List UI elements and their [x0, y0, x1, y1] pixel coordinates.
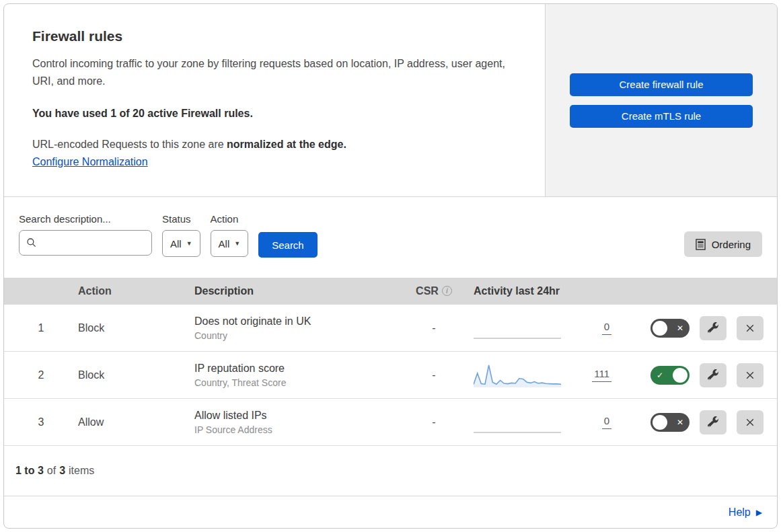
- delete-rule-button[interactable]: [737, 316, 764, 340]
- rule-action: Block: [78, 322, 194, 334]
- delete-rule-button[interactable]: [737, 363, 764, 387]
- arrow-right-icon: ▶: [756, 508, 762, 517]
- column-description: Description: [194, 285, 404, 297]
- header-text-block: Firewall rules Control incoming traffic …: [4, 4, 545, 196]
- search-box: [19, 230, 152, 256]
- activity-count-link[interactable]: 0: [602, 415, 611, 429]
- close-icon: [745, 370, 755, 381]
- normalization-note-bold: normalized at the edge.: [227, 139, 346, 150]
- close-icon: [745, 417, 755, 428]
- chevron-down-icon: ▼: [234, 240, 240, 247]
- toggle-knob: [653, 321, 667, 336]
- pagination-total: 3: [59, 465, 65, 477]
- usage-summary: You have used 1 of 20 active Firewall ru…: [32, 108, 518, 120]
- rule-csr-value: -: [404, 416, 464, 428]
- action-label: Action: [211, 213, 249, 225]
- activity-count-link[interactable]: 111: [592, 368, 611, 382]
- wrench-icon: [708, 369, 719, 381]
- filter-bar: Search description... Status All ▼ Actio…: [4, 197, 777, 278]
- rule-controls: ✓ ✕: [616, 363, 777, 387]
- edit-rule-button[interactable]: [700, 410, 727, 434]
- column-activity: Activity last 24hr: [464, 285, 616, 297]
- table-row: 1 Block Does not originate in UK Country…: [4, 305, 777, 352]
- rule-fields: IP Source Address: [194, 424, 397, 435]
- status-dropdown-value: All: [170, 238, 182, 250]
- status-filter-group: Status All ▼: [162, 213, 200, 257]
- actions-panel: Create firewall rule Create mTLS rule: [545, 4, 777, 196]
- action-dropdown-value: All: [219, 238, 230, 250]
- rule-action: Block: [78, 369, 194, 381]
- action-dropdown[interactable]: All ▼: [211, 230, 249, 257]
- search-group: Search description...: [19, 213, 152, 256]
- table-row: 2 Block IP reputation score Country, Thr…: [4, 352, 777, 399]
- list-document-icon: [696, 239, 706, 250]
- rule-description: Allow listed IPs: [194, 410, 397, 422]
- rule-action: Allow: [78, 416, 194, 428]
- rule-priority: 3: [4, 416, 78, 428]
- rule-fields: Country, Threat Score: [194, 377, 397, 388]
- help-bar: Help ▶: [4, 496, 777, 528]
- configure-normalization-link[interactable]: Configure Normalization: [32, 156, 148, 167]
- rule-priority: 1: [4, 322, 78, 334]
- create-firewall-rule-button[interactable]: Create firewall rule: [570, 73, 753, 96]
- firewall-rules-page: Firewall rules Control incoming traffic …: [0, 0, 781, 532]
- pagination-summary: 1 to 3 of 3 items: [4, 446, 777, 496]
- column-action: Action: [78, 285, 194, 297]
- action-filter-group: Action All ▼: [211, 213, 249, 257]
- pagination-items: items: [69, 465, 94, 477]
- search-icon: [26, 237, 37, 248]
- pagination-of: of: [47, 465, 56, 477]
- rule-controls: ✓ ✕: [616, 410, 777, 434]
- page-title: Firewall rules: [32, 28, 518, 44]
- wrench-icon: [708, 416, 719, 428]
- help-link-label: Help: [729, 506, 751, 519]
- search-input[interactable]: [42, 237, 145, 248]
- close-icon: [745, 323, 755, 334]
- enable-toggle[interactable]: ✓ ✕: [650, 366, 690, 385]
- edit-rule-button[interactable]: [700, 316, 727, 340]
- create-mtls-rule-button[interactable]: Create mTLS rule: [570, 105, 753, 128]
- wrench-icon: [708, 322, 719, 334]
- rule-activity-cell: 111: [464, 363, 616, 387]
- x-icon: ✕: [677, 323, 683, 332]
- activity-count-link[interactable]: 0: [602, 321, 611, 335]
- firewall-rules-card: Firewall rules Control incoming traffic …: [3, 3, 778, 529]
- activity-sparkline: [474, 410, 561, 434]
- rule-description-cell: IP reputation score Country, Threat Scor…: [194, 363, 404, 388]
- rule-description: IP reputation score: [194, 363, 397, 375]
- enable-toggle[interactable]: ✓ ✕: [650, 319, 690, 338]
- rule-controls: ✓ ✕: [616, 316, 777, 340]
- delete-rule-button[interactable]: [737, 410, 764, 434]
- rule-fields: Country: [194, 330, 397, 341]
- normalization-note: URL-encoded Requests to this zone are no…: [32, 139, 518, 151]
- help-link[interactable]: Help ▶: [729, 506, 762, 519]
- rule-priority: 2: [4, 369, 78, 381]
- status-dropdown[interactable]: All ▼: [162, 230, 200, 257]
- search-label: Search description...: [19, 213, 152, 225]
- normalization-note-text: URL-encoded Requests to this zone are: [32, 139, 224, 150]
- info-icon[interactable]: i: [442, 286, 452, 296]
- check-icon: ✓: [657, 370, 663, 379]
- rule-csr-value: -: [404, 369, 464, 381]
- ordering-button[interactable]: Ordering: [684, 231, 762, 257]
- status-label: Status: [162, 213, 200, 225]
- rule-csr-value: -: [404, 322, 464, 334]
- rule-description: Does not originate in UK: [194, 315, 397, 328]
- pagination-range: 1 to 3: [15, 465, 44, 477]
- header-section: Firewall rules Control incoming traffic …: [4, 4, 777, 197]
- toggle-knob: [673, 368, 687, 383]
- column-csr: CSRi: [404, 285, 464, 297]
- page-description: Control incoming traffic to your zone by…: [32, 55, 518, 90]
- ordering-button-label: Ordering: [712, 239, 751, 250]
- search-button[interactable]: Search: [258, 232, 318, 258]
- enable-toggle[interactable]: ✓ ✕: [650, 413, 690, 432]
- rule-description-cell: Does not originate in UK Country: [194, 315, 404, 341]
- activity-sparkline: [474, 316, 561, 340]
- rule-activity-cell: 0: [464, 410, 616, 434]
- chevron-down-icon: ▼: [186, 240, 192, 247]
- activity-sparkline: [474, 363, 561, 387]
- edit-rule-button[interactable]: [700, 363, 727, 387]
- rule-description-cell: Allow listed IPs IP Source Address: [194, 410, 404, 435]
- table-header: Action Description CSRi Activity last 24…: [4, 278, 777, 305]
- rule-activity-cell: 0: [464, 316, 616, 340]
